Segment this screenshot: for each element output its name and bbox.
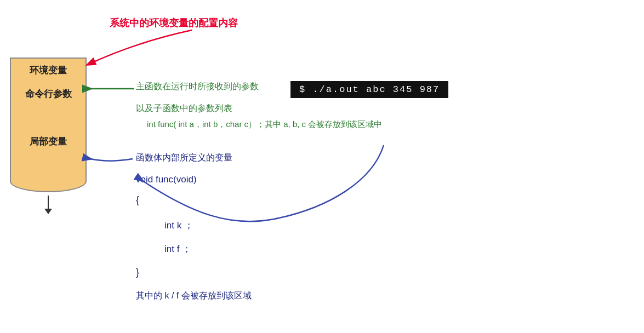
annotation-blue-brace-open: {	[136, 194, 139, 206]
local-row: 局部变量	[10, 106, 87, 177]
terminal-box: $ ./a.out abc 345 987	[290, 81, 448, 98]
arrows-svg	[0, 0, 644, 333]
annotation-green-sub: 以及子函数中的参数列表	[136, 103, 232, 114]
terminal-text: $ ./a.out abc 345 987	[299, 84, 440, 95]
arrow-head	[44, 209, 52, 214]
annotation-blue-inner: 函数体内部所定义的变量	[136, 152, 232, 164]
annotation-blue-summary: 其中的 k / f 会被存放到该区域	[136, 290, 252, 302]
cmd-label: 命令行参数	[25, 88, 72, 100]
annotation-blue-int-f: int f ；	[164, 243, 191, 255]
stack-box: 环境变量 命令行参数 局部变量	[10, 58, 87, 214]
annotation-blue-int-k: int k ；	[164, 219, 193, 232]
annotation-red-top: 系统中的环境变量的配置内容	[110, 16, 238, 30]
annotation-green-main: 主函数在运行时所接收到的参数	[136, 81, 259, 93]
env-row: 环境变量	[10, 58, 87, 82]
annotation-green-func: int func( int a，int b，char c）；其中 a, b, c…	[147, 119, 382, 130]
env-label: 环境变量	[30, 64, 67, 77]
diagram-container: 环境变量 命令行参数 局部变量 $ ./a.out abc 345 987 系统…	[0, 0, 644, 333]
arrow-line	[48, 196, 49, 209]
cmd-row: 命令行参数	[10, 82, 87, 106]
annotation-blue-brace-close: }	[136, 267, 139, 278]
stack-bottom	[10, 177, 87, 192]
local-label: 局部变量	[30, 135, 67, 148]
annotation-blue-void: void func(void)	[136, 174, 197, 185]
stack-arrow-down	[10, 196, 87, 214]
